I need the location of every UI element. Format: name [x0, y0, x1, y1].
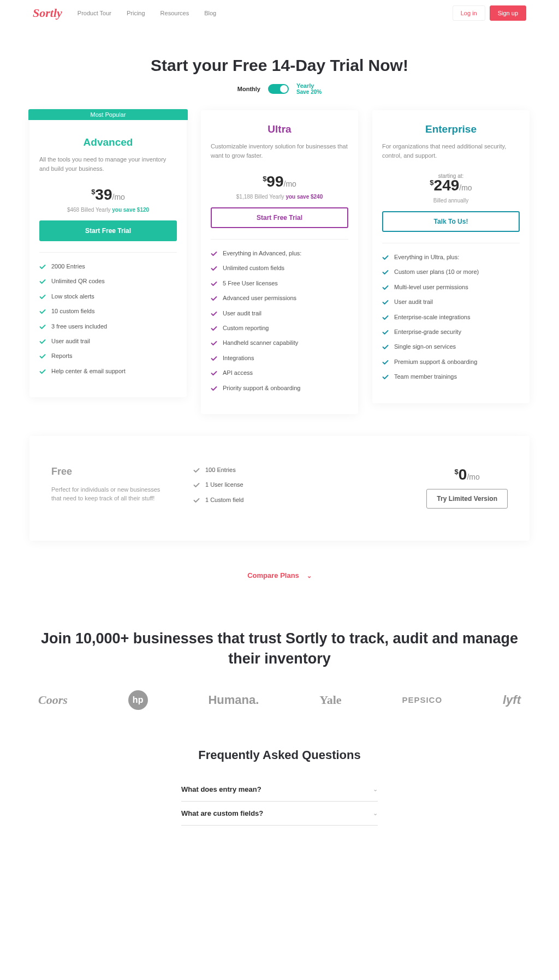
logo-pepsico: PEPSICO [402, 695, 442, 704]
plan-features-free: 100 Entries1 User license1 Custom field [193, 466, 394, 504]
check-icon [382, 329, 389, 336]
feature-item: Advanced user permissions [211, 294, 348, 302]
check-icon [39, 338, 46, 345]
feature-item: Everything in Ultra, plus: [382, 253, 520, 261]
feature-item: API access [211, 369, 348, 377]
check-icon [211, 280, 217, 287]
nav-product-tour[interactable]: Product Tour [78, 10, 111, 16]
plan-subtitle: For organizations that need additional s… [382, 142, 520, 160]
feature-item: Enterprise-scale integrations [382, 313, 520, 321]
trust-heading: Join 10,000+ businesses that trust Sortl… [0, 629, 559, 668]
feature-item: Premium support & onboarding [382, 358, 520, 366]
login-button[interactable]: Log in [453, 5, 485, 21]
feature-item: User audit trail [39, 337, 177, 345]
plan-billing-note: Billed annually [382, 198, 520, 204]
faq-item[interactable]: What are custom fields? ⌄ [181, 802, 378, 826]
faq-item[interactable]: What does entry mean? ⌄ [181, 778, 378, 802]
check-icon [193, 497, 200, 504]
page-title: Start your Free 14-Day Trial Now! [0, 56, 559, 75]
feature-item: Single sign-on services [382, 343, 520, 351]
check-icon [39, 294, 46, 300]
talk-to-us-button[interactable]: Talk To Us! [382, 211, 520, 232]
billing-toggle[interactable] [268, 84, 289, 94]
feature-item: 3 free users included [39, 322, 177, 331]
feature-item: Reports [39, 352, 177, 360]
check-icon [211, 355, 217, 362]
logo-coors: Coors [38, 693, 68, 707]
plan-billing-note: $1,188 Billed Yearly you save $240 [211, 194, 348, 200]
check-icon [382, 269, 389, 276]
check-icon [382, 359, 389, 366]
feature-item: Multi-level user permissions [382, 283, 520, 291]
check-icon [39, 308, 46, 315]
feature-item: 10 custom fields [39, 307, 177, 315]
billing-yearly-label: Yearly [296, 82, 322, 89]
check-icon [39, 278, 46, 285]
feature-item: 100 Entries [193, 466, 394, 474]
logo-hp: hp [128, 690, 148, 710]
plan-subtitle: Perfect for individuals or new businesse… [51, 485, 160, 503]
feature-item: Unlimited custom fields [211, 264, 348, 272]
plan-card-enterprise: Enterprise For organizations that need a… [372, 110, 530, 403]
plan-price: $39/mo [39, 186, 177, 204]
check-icon [382, 284, 389, 291]
faq-question: What does entry mean? [181, 785, 261, 793]
nav-blog[interactable]: Blog [204, 10, 216, 16]
brand-logo[interactable]: Sortly [33, 6, 62, 20]
customer-logos: Coors hp Humana. Yale PEPSICO lyft [0, 668, 559, 748]
feature-item: User audit trail [382, 298, 520, 306]
plan-card-ultra: Ultra Customizable inventory solution fo… [201, 110, 358, 414]
feature-item: 2000 Entries [39, 262, 177, 271]
check-icon [39, 368, 46, 375]
try-limited-button[interactable]: Try Limited Version [426, 489, 508, 509]
feature-item: 1 Custom field [193, 496, 394, 504]
signup-button[interactable]: Sign up [490, 5, 526, 21]
feature-item: Handheld scanner capability [211, 339, 348, 347]
plan-subtitle: Customizable inventory solution for busi… [211, 142, 348, 160]
check-icon [382, 344, 389, 350]
nav-resources[interactable]: Resources [160, 10, 189, 16]
billing-toggle-row: Monthly Yearly Save 20% [0, 82, 559, 95]
check-icon [211, 310, 217, 317]
feature-item: Low stock alerts [39, 292, 177, 301]
chevron-down-icon: ⌄ [373, 810, 378, 817]
check-icon [39, 324, 46, 330]
check-icon [193, 482, 200, 488]
feature-item: Custom reporting [211, 324, 348, 332]
plan-price: $249/mo [382, 177, 520, 194]
compare-plans-toggle[interactable]: Compare Plans⌄ [0, 571, 559, 579]
feature-item: 5 Free User licenses [211, 279, 348, 288]
feature-item: 1 User license [193, 481, 394, 489]
start-trial-ultra-button[interactable]: Start Free Trial [211, 207, 348, 228]
feature-item: Unlimited QR codes [39, 277, 177, 285]
plan-name: Enterprise [382, 123, 520, 135]
popular-badge: Most Popular [28, 109, 188, 120]
logo-lyft: lyft [503, 693, 521, 707]
plan-features-enterprise: Everything in Ultra, plus:Custom user pl… [382, 253, 520, 381]
nav-pricing[interactable]: Pricing [127, 10, 145, 16]
chevron-down-icon: ⌄ [373, 786, 378, 793]
feature-item: Enterprise-grade security [382, 328, 520, 336]
check-icon [39, 264, 46, 270]
plan-price: $0/mo [426, 466, 508, 483]
logo-yale: Yale [319, 693, 341, 707]
plan-name: Free [51, 466, 160, 477]
start-trial-advanced-button[interactable]: Start Free Trial [39, 220, 177, 241]
check-icon [211, 295, 217, 302]
check-icon [382, 254, 389, 261]
check-icon [211, 370, 217, 377]
check-icon [211, 250, 217, 257]
chevron-down-icon: ⌄ [307, 572, 312, 579]
check-icon [193, 467, 200, 474]
billing-monthly-label: Monthly [237, 86, 260, 92]
plan-name: Advanced [39, 136, 177, 148]
feature-item: Team member trainings [382, 373, 520, 381]
plan-card-free: Free Perfect for individuals or new busi… [29, 436, 530, 541]
check-icon [382, 374, 389, 380]
feature-item: Custom user plans (10 or more) [382, 268, 520, 276]
feature-item: Integrations [211, 354, 348, 362]
plan-price: $99/mo [211, 173, 348, 190]
plan-subtitle: All the tools you need to manage your in… [39, 155, 177, 173]
plan-features-advanced: 2000 EntriesUnlimited QR codesLow stock … [39, 262, 177, 375]
check-icon [39, 353, 46, 360]
